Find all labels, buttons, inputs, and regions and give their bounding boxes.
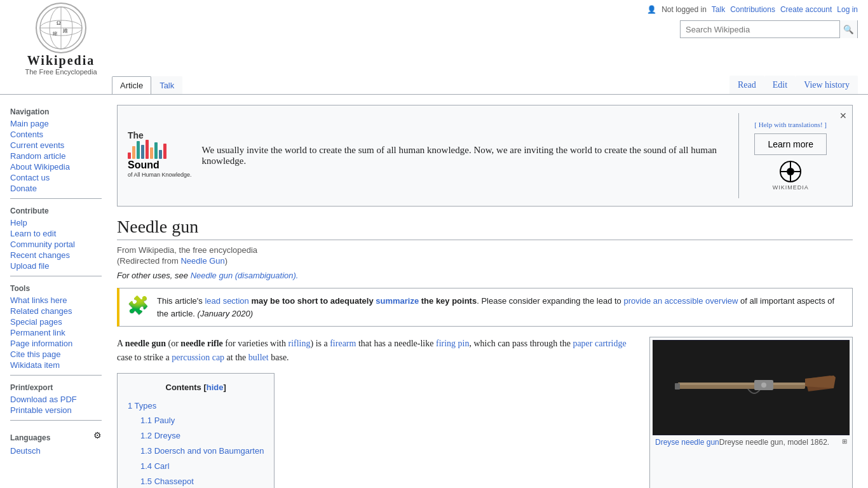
needle-gun-redirect-link[interactable]: Needle Gun [180,256,224,266]
sound-bars [128,141,192,159]
toc-link-types[interactable]: 1 Types [128,401,156,410]
tab-article[interactable]: Article [112,76,151,94]
gun-image-svg [653,341,850,435]
svg-text:維: 維 [62,28,68,34]
rifling-link[interactable]: rifling [288,339,310,348]
toc-link-pauly[interactable]: 1.1 Pauly [140,416,175,425]
sound-bar [137,141,140,159]
sidebar-item-upload-file[interactable]: Upload file [10,261,102,271]
sidebar-item-cite-this-page[interactable]: Cite this page [10,349,102,359]
sound-bar [163,144,166,159]
sidebar-item-about-wikipedia[interactable]: About Wikipedia [10,162,102,172]
table-of-contents: 1 Types 1.1 Pauly 1.2 Dreyse 1.3 Doersch… [128,400,264,488]
alert-icon: 🧩 [127,295,149,316]
sound-bar [159,150,162,159]
article-title: Needle gun [117,217,853,240]
contribute-section-title: Contribute [10,207,102,215]
sidebar-item-recent-changes[interactable]: Recent changes [10,250,102,260]
search-button[interactable]: 🔍 [839,20,857,38]
user-links: 👤 Not logged in Talk Contributions Creat… [647,5,858,17]
nav-tabs-container: Article Talk Read Edit View history [0,76,868,95]
paper-cartridge-link[interactable]: paper cartridge [573,339,626,348]
article-text-content: A needle gun (or needle rifle for variet… [117,337,637,488]
sidebar-item-download-pdf[interactable]: Download as PDF [10,395,102,404]
toc-link-carl[interactable]: 1.4 Carl [140,461,170,471]
lead-section-link[interactable]: lead section [205,296,248,306]
navigation-nav: Main page Contents Current events Random… [10,119,102,193]
toc-link-doersch[interactable]: 1.3 Doersch and von Baumgarten [140,446,264,456]
sidebar-divider-4 [10,420,102,421]
toc-item-1-4: 1.4 Carl [140,460,264,473]
sound-bar [154,142,158,159]
sidebar-item-contents[interactable]: Contents [10,130,102,139]
search-input[interactable] [681,22,839,37]
create-account-link[interactable]: Create account [780,5,832,14]
redirected-label: (Redirected from [117,256,180,266]
article-image-box: Dreyse needle gunDreyse needle gun, mode… [649,337,853,488]
contents-hide-link[interactable]: hide [207,383,224,392]
globe-svg: Ω 維 縮 [39,6,83,50]
toc-link-dreyse[interactable]: 1.2 Dreyse [140,431,180,440]
vtab-edit[interactable]: Edit [764,76,796,94]
sidebar-item-learn-to-edit[interactable]: Learn to edit [10,229,102,238]
toc-item-1-1: 1.1 Pauly [140,414,264,428]
sidebar-item-donate[interactable]: Donate [10,184,102,193]
talk-link[interactable]: Talk [712,5,725,14]
sidebar-item-main-page[interactable]: Main page [10,119,102,128]
bullet-link[interactable]: bullet [248,353,269,362]
right-tabs: Read Edit View history [729,76,858,94]
sidebar-item-printable-version[interactable]: Printable version [10,405,102,415]
wikimedia-logo: WIKIMEDIA [773,160,809,191]
vtab-view-history[interactable]: View history [796,76,858,94]
contents-box: Contents [hide] 1 Types 1.1 Pauly 1.2 Dr… [117,373,275,488]
sidebar-item-contact-us[interactable]: Contact us [10,173,102,182]
sidebar-item-related-changes[interactable]: Related changes [10,306,102,316]
sidebar-item-permanent-link[interactable]: Permanent link [10,328,102,337]
sidebar-item-deutsch[interactable]: Deutsch [10,446,102,456]
languages-section-title: Languages [10,433,50,442]
vtab-read[interactable]: Read [729,76,764,94]
toc-item-1-5: 1.5 Chassepot [140,475,264,488]
percussion-cap-link[interactable]: percussion cap [172,353,224,362]
caption-text: Dreyse needle gun, model 1862. [719,438,829,447]
tab-talk[interactable]: Talk [151,76,182,94]
sidebar-item-page-information[interactable]: Page information [10,339,102,348]
page-top: Ω 維 縮 Wikipedia The Free Encyclopedia 👤 … [0,0,868,95]
toc-link-chassepot[interactable]: 1.5 Chassepot [140,477,194,486]
sidebar-item-current-events[interactable]: Current events [10,140,102,150]
layout: Navigation Main page Contents Current ev… [0,95,868,488]
sidebar-item-special-pages[interactable]: Special pages [10,317,102,327]
banner-close-button[interactable]: ✕ [839,111,847,121]
log-in-link[interactable]: Log in [837,5,858,14]
summarize-link[interactable]: summarize [376,296,419,306]
sidebar-item-what-links-here[interactable]: What links here [10,295,102,305]
languages-header: Languages ⚙ [10,426,102,445]
article-image [653,340,850,435]
sidebar: Navigation Main page Contents Current ev… [0,95,102,488]
search-container: 🔍 [680,20,858,38]
image-expand-icon[interactable]: ⊞ [842,438,847,445]
help-translations-link[interactable]: [ Help with translations! ] [754,121,827,128]
search-bar: 🔍 [680,20,858,38]
contents-title: Contents [hide] [128,381,264,395]
sidebar-divider-3 [10,375,102,376]
contributions-link[interactable]: Contributions [730,5,775,14]
languages-gear-icon[interactable]: ⚙ [93,430,102,440]
sidebar-item-help[interactable]: Help [10,218,102,227]
sidebar-item-wikidata-item[interactable]: Wikidata item [10,360,102,370]
header-user-search: 👤 Not logged in Talk Contributions Creat… [112,3,858,38]
print-section-title: Print/export [10,383,102,392]
dreyse-link[interactable]: Dreyse needle gun [655,438,719,447]
svg-text:Ω: Ω [57,20,61,26]
disambiguation-link[interactable]: Needle gun (disambiguation). [191,271,299,280]
accessible-overview-link[interactable]: provide an accessible overview [623,296,738,306]
redirected-text: (Redirected from Needle Gun) [117,256,853,266]
sidebar-item-community-portal[interactable]: Community portal [10,240,102,249]
print-nav: Download as PDF Printable version [10,395,102,415]
wikipedia-globe: Ω 維 縮 [36,3,86,53]
firing-pin-link[interactable]: firing pin [436,339,470,348]
learn-more-button[interactable]: Learn more [754,133,827,155]
alert-text: This article's lead section may be too s… [157,295,844,320]
sidebar-item-random-article[interactable]: Random article [10,151,102,161]
firearm-link[interactable]: firearm [330,339,356,348]
